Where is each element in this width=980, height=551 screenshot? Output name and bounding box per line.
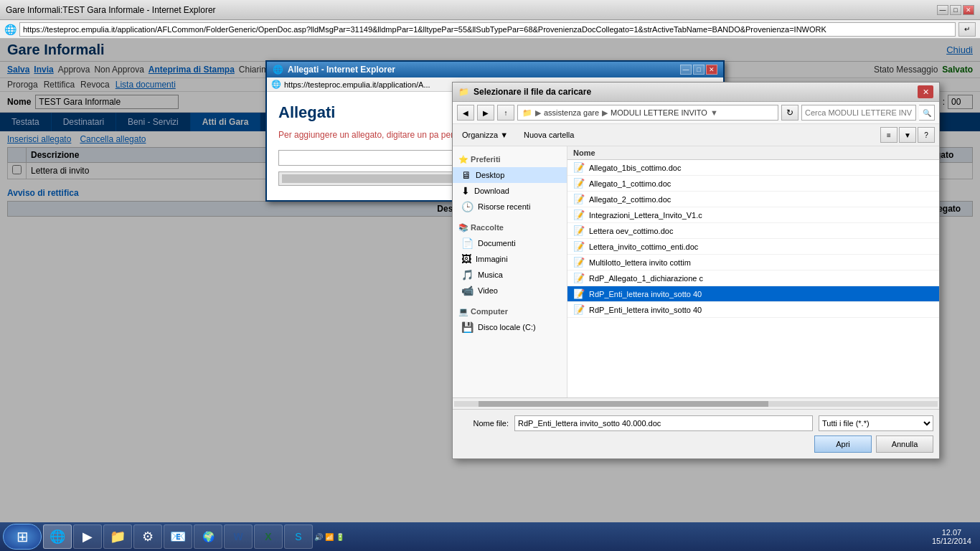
organizza-btn[interactable]: Organizza ▼ [457, 128, 513, 141]
taskbar-tray: 🔊 📶 🔋 [314, 533, 344, 541]
browser-addressbar: 🌐 ↵ [0, 20, 980, 39]
file-bottom: Nome file: Tutti i file (*.*) Apri Annul… [453, 409, 939, 458]
filename-label: Nome file: [458, 419, 509, 428]
browser-titlebar: Gare Informali:TEST Gara Informale - Int… [0, 0, 980, 20]
sidebar-item-desktop[interactable]: 🖥 Desktop [453, 167, 567, 183]
allegati-minimize-btn[interactable]: — [680, 65, 692, 75]
sidebar-item-documenti[interactable]: 📄 Documenti [453, 235, 567, 251]
sidebar-item-risorse[interactable]: 🕒 Risorse recenti [453, 199, 567, 215]
sidebar-item-immagini[interactable]: 🖼 Immagini [453, 251, 567, 267]
file-dialog-close-btn[interactable]: ✕ [918, 85, 933, 98]
address-input[interactable] [19, 22, 956, 37]
img-icon: 🖼 [461, 253, 471, 265]
download-icon: ⬇ [461, 185, 470, 197]
breadcrumb-part2[interactable]: MODULI LETTERE INVITO [611, 108, 707, 117]
file-name-5: Lettera_invito_cottimo_enti.doc [589, 242, 698, 251]
up-btn[interactable]: ↑ [497, 105, 514, 121]
browser-title: Gare Informali:TEST Gara Informale - Int… [6, 5, 216, 15]
go-button[interactable]: ↵ [958, 22, 976, 37]
desktop-icon: 🖥 [461, 169, 471, 181]
start-button[interactable] [3, 524, 42, 550]
file-content: ⭐ Preferiti 🖥 Desktop ⬇ Download 🕒 Risor… [453, 146, 939, 397]
filename-input[interactable] [514, 415, 813, 431]
refresh-btn[interactable]: ↻ [781, 105, 798, 121]
word-icon-5: 📝 [573, 241, 585, 252]
taskbar-folder1[interactable]: 📁 [103, 524, 132, 549]
computer-icon: 💻 [458, 307, 468, 316]
search-btn[interactable]: 🔍 [919, 105, 935, 121]
help-btn[interactable]: ? [918, 127, 935, 143]
maximize-btn[interactable]: □ [950, 5, 961, 15]
filetype-select[interactable]: Tutti i file (*.*) [819, 415, 933, 431]
file-item-0[interactable]: 📝 Allegato_1bis_cottimo.doc [567, 160, 939, 176]
view-detail-btn[interactable]: ▼ [899, 127, 916, 143]
file-item-5[interactable]: 📝 Lettera_invito_cottimo_enti.doc [567, 239, 939, 255]
annulla-button[interactable]: Annulla [876, 435, 933, 453]
breadcrumb-part1[interactable]: assistenza gare [544, 108, 599, 117]
sidebar-item-musica[interactable]: 🎵 Musica [453, 267, 567, 283]
file-item-2[interactable]: 📝 Allegato_2_cottimo.doc [567, 192, 939, 207]
file-name-2: Allegato_2_cottimo.doc [589, 195, 671, 204]
file-item-8[interactable]: 📝 RdP_Enti_lettera invito_sotto 40 [567, 286, 939, 302]
taskbar-skype[interactable]: S [284, 524, 313, 549]
back-btn[interactable]: ◀ [457, 105, 474, 121]
ie-icon-addr: 🌐 [271, 80, 281, 89]
file-name-4: Lettera oev_cottimo.doc [589, 227, 673, 235]
sidebar-item-disco[interactable]: 💾 Disco locale (C:) [453, 319, 567, 335]
taskbar-settings[interactable]: ⚙ [133, 524, 162, 549]
taskbar-word[interactable]: W [224, 524, 253, 549]
file-name-7: RdP_Allegato_1_dichiarazione c [589, 274, 703, 283]
tray-icons: 🔊 📶 🔋 [314, 533, 344, 541]
taskbar-ie[interactable]: 🌐 [43, 524, 72, 549]
view-list-btn[interactable]: ≡ [880, 127, 897, 143]
nuova-cartella-label: Nuova cartella [524, 131, 574, 139]
close-btn[interactable]: ✕ [963, 5, 974, 15]
sidebar-item-video[interactable]: 📹 Video [453, 283, 567, 298]
browser-win-controls: — □ ✕ [937, 5, 974, 15]
word-icon-3: 📝 [573, 209, 585, 220]
word-icon-6: 📝 [573, 257, 585, 268]
file-item-3[interactable]: 📝 Integrazioni_Lettera_Invito_V1.c [567, 207, 939, 223]
nuova-cartella-btn[interactable]: Nuova cartella [519, 128, 579, 141]
musica-label: Musica [478, 270, 503, 279]
file-item-4[interactable]: 📝 Lettera oev_cottimo.doc [567, 223, 939, 239]
word-icon-2: 📝 [573, 194, 585, 204]
search-input[interactable] [801, 105, 916, 121]
disk-icon: 💾 [461, 321, 473, 333]
word-icon-8: 📝 [573, 288, 585, 299]
file-item-1[interactable]: 📝 Allegato_1_cottimo.doc [567, 176, 939, 192]
video-label: Video [478, 286, 498, 295]
taskbar-clock: 12.07 15/12/2014 [926, 528, 977, 545]
file-item-6[interactable]: 📝 Multilotto_lettera invito cottim [567, 255, 939, 270]
taskbar-excel[interactable]: X [254, 524, 283, 549]
file-list: Nome 📝 Allegato_1bis_cottimo.doc 📝 Alleg… [567, 146, 939, 397]
taskbar-media[interactable]: ▶ [73, 524, 102, 549]
forward-btn[interactable]: ▶ [477, 105, 494, 121]
allegati-close-btn[interactable]: ✕ [706, 65, 717, 75]
taskbar-mail[interactable]: 📧 [164, 524, 192, 549]
horizontal-scrollbar[interactable] [453, 397, 939, 409]
apri-button[interactable]: Apri [814, 435, 872, 453]
allegati-dialog-controls: — □ ✕ [680, 65, 717, 75]
raccolte-icon: 📚 [458, 223, 468, 232]
word-icon-1: 📝 [573, 178, 585, 189]
file-toolbar: Organizza ▼ Nuova cartella ≡ ▼ ? [453, 124, 939, 146]
taskbar-chrome[interactable]: 🌍 [194, 524, 222, 549]
allegati-maximize-btn[interactable]: □ [693, 65, 705, 75]
file-name-3: Integrazioni_Lettera_Invito_V1.c [589, 211, 702, 220]
sidebar-item-download[interactable]: ⬇ Download [453, 183, 567, 199]
sidebar-preferiti-title: ⭐ Preferiti [453, 152, 567, 167]
file-name-6: Multilotto_lettera invito cottim [589, 258, 691, 267]
file-action-buttons: Apri Annulla [458, 435, 933, 453]
risorse-label: Risorse recenti [478, 202, 530, 211]
file-item-9[interactable]: 📝 RdP_Enti_lettera invito_sotto 40 [567, 302, 939, 318]
video-icon: 📹 [461, 285, 473, 296]
file-item-7[interactable]: 📝 RdP_Allegato_1_dichiarazione c [567, 270, 939, 286]
file-dialog-title: 📁 Selezionare il file da caricare [458, 87, 591, 97]
ie-icon: 🌐 [4, 24, 17, 35]
clock-date: 15/12/2014 [932, 537, 971, 545]
clock-time: 12.07 [932, 528, 971, 537]
minimize-btn[interactable]: — [937, 5, 948, 15]
file-nav-bar: ◀ ▶ ↑ 📁 ▶ assistenza gare ▶ MODULI LETTE… [453, 102, 939, 124]
folder-icon: 📁 [458, 87, 469, 97]
